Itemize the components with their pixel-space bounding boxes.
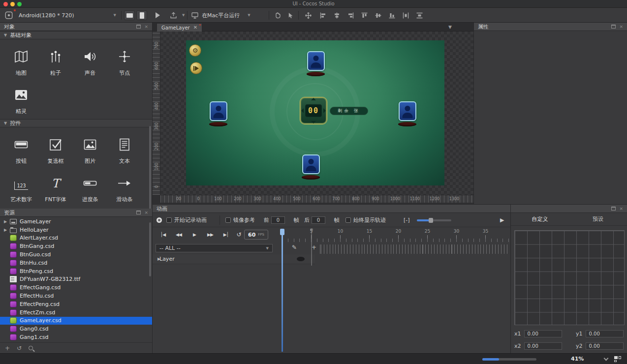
- resource-file-row[interactable]: ▶ Gang0.csd: [0, 325, 152, 333]
- object-item-text[interactable]: 文本: [107, 129, 142, 168]
- resource-file-row[interactable]: ▶ BtnHu.csd: [0, 259, 152, 267]
- align-bottom-button[interactable]: [386, 10, 398, 21]
- next-frame-button[interactable]: ▶▶: [204, 230, 217, 240]
- landscape-orientation-button[interactable]: [124, 10, 135, 20]
- align-right-button[interactable]: [345, 10, 356, 21]
- object-item-node[interactable]: 节点: [107, 41, 142, 80]
- publish-button[interactable]: [167, 10, 179, 21]
- object-item-sprite[interactable]: 精灵: [4, 80, 38, 118]
- resource-file-row[interactable]: ▶ BtnPeng.csd: [0, 267, 152, 275]
- resource-file-row[interactable]: ▶ BtnGuo.csd: [0, 250, 152, 259]
- align-h-center-button[interactable]: [331, 10, 343, 21]
- resource-file-row[interactable]: ▶ EffectPeng.csd: [0, 300, 152, 308]
- player-plate-right[interactable]: [398, 122, 416, 126]
- record-animation-checkbox[interactable]: [166, 213, 172, 227]
- before-frames-field[interactable]: 0: [271, 213, 285, 227]
- player-plate-bottom[interactable]: [302, 175, 320, 180]
- close-tab-icon[interactable]: ✕: [193, 25, 197, 30]
- x1-field[interactable]: 0.00: [524, 330, 562, 337]
- mirror-reference-checkbox[interactable]: [225, 213, 231, 227]
- play-button[interactable]: ▶: [188, 230, 201, 240]
- playhead-handle[interactable]: [280, 229, 284, 235]
- timeline-secondary-marker[interactable]: [311, 230, 312, 266]
- resource-file-row[interactable]: ▶ HelloLayer: [0, 226, 152, 234]
- x2-field[interactable]: 0.00: [524, 342, 562, 350]
- expander-icon[interactable]: ▶: [4, 219, 10, 224]
- y1-field[interactable]: 0.00: [586, 330, 624, 337]
- run-button[interactable]: [152, 10, 163, 21]
- player-plate-left[interactable]: [209, 122, 227, 126]
- object-item-fnt-font[interactable]: T FNT字体: [38, 168, 73, 206]
- resolution-dropdown[interactable]: Android(1280 * 720) ▼: [16, 10, 119, 21]
- float-panel-icon[interactable]: [611, 207, 616, 211]
- last-frame-button[interactable]: ▶│: [219, 230, 232, 240]
- center-timer-widget[interactable]: 00: [300, 97, 327, 124]
- first-frame-button[interactable]: │◀: [157, 230, 169, 240]
- resource-file-row[interactable]: ▶ EffectGang.csd: [0, 283, 152, 292]
- player-plate-top[interactable]: [307, 72, 325, 76]
- object-item-progress-bar[interactable]: 进度条: [73, 168, 107, 206]
- align-v-center-button[interactable]: [372, 10, 384, 21]
- object-item-particle[interactable]: 粒子: [38, 41, 73, 80]
- move-tool-button[interactable]: [302, 10, 314, 21]
- controls-section-header[interactable]: ▼ 控件: [0, 119, 152, 127]
- panel-layout-icon[interactable]: [614, 356, 621, 362]
- slider-thumb[interactable]: [429, 218, 433, 223]
- edit-animation-icon[interactable]: ✎: [292, 244, 297, 251]
- visibility-eye-icon[interactable]: [297, 257, 305, 261]
- player-avatar-left[interactable]: [210, 101, 227, 121]
- tab-list-chevron-icon[interactable]: ▼: [448, 25, 452, 30]
- object-item-sound[interactable]: 声音: [73, 41, 107, 80]
- record-keyframe-icon[interactable]: [157, 213, 162, 227]
- add-resource-button[interactable]: +: [5, 345, 10, 351]
- resource-file-row[interactable]: ▶ GameLayer.csd: [0, 317, 152, 325]
- game-scene[interactable]: ⚙ 00 剩余 张: [186, 40, 444, 185]
- align-top-button[interactable]: [358, 10, 370, 21]
- object-item-art-number[interactable]: 123 艺术数字: [4, 168, 38, 206]
- timeline-zoom-out-label[interactable]: [-]: [404, 213, 410, 227]
- object-item-checkbox[interactable]: 复选框: [38, 129, 73, 168]
- timeline-layer-row[interactable]: ▶ Layer: [153, 254, 315, 264]
- tab-preset[interactable]: 预设: [569, 213, 627, 225]
- refresh-resources-button[interactable]: ↺: [17, 345, 22, 351]
- close-panel-icon[interactable]: ×: [619, 207, 623, 211]
- resource-file-row[interactable]: ▶ Gang1.csd: [0, 333, 152, 341]
- canvas-tab-gamelayer[interactable]: GameLayer ✕: [157, 23, 202, 31]
- float-panel-icon[interactable]: [136, 211, 141, 214]
- close-panel-icon[interactable]: ×: [619, 25, 623, 29]
- resource-file-row[interactable]: ▶ EffectZm.csd: [0, 308, 152, 317]
- align-left-button[interactable]: [317, 10, 329, 21]
- close-panel-icon[interactable]: ×: [144, 25, 148, 29]
- scene-logo-icon[interactable]: [3, 10, 15, 21]
- y2-field[interactable]: 0.00: [586, 342, 624, 350]
- object-item-button[interactable]: 按钮: [4, 129, 38, 168]
- fps-control[interactable]: 60 FPS: [244, 230, 268, 240]
- after-frames-field[interactable]: 0: [312, 213, 325, 227]
- resource-file-row[interactable]: ▶ BtnGang.csd: [0, 242, 152, 250]
- publish-options-caret[interactable]: ▼: [179, 10, 185, 21]
- timeline-playhead[interactable]: [282, 229, 283, 352]
- loop-button[interactable]: ↺: [232, 230, 245, 240]
- player-avatar-right[interactable]: [399, 101, 416, 121]
- resource-file-row[interactable]: ▶ EffectHu.csd: [0, 292, 152, 300]
- exit-button[interactable]: [190, 62, 202, 74]
- settings-button[interactable]: ⚙: [189, 44, 201, 57]
- resource-file-row[interactable]: ▶ DFYuanW7-GB2312.ttf: [0, 275, 152, 284]
- player-avatar-bottom[interactable]: [302, 154, 320, 174]
- resource-file-row[interactable]: ▶ AlertLayer.csd: [0, 234, 152, 243]
- show-trajectory-checkbox[interactable]: [345, 213, 351, 227]
- timeline-zoom-slider[interactable]: [417, 213, 451, 227]
- add-animation-icon[interactable]: +: [312, 244, 316, 251]
- distribute-vertical-button[interactable]: [413, 10, 425, 21]
- search-icon[interactable]: [29, 346, 33, 350]
- object-item-image[interactable]: 图片: [73, 129, 107, 168]
- canvas-zoom-slider[interactable]: [482, 358, 536, 361]
- curve-editor-grid[interactable]: [514, 230, 625, 325]
- remaining-tiles-label[interactable]: 剩余 张: [330, 107, 368, 115]
- hand-tool-button[interactable]: [272, 10, 283, 21]
- tab-custom[interactable]: 自定义: [511, 213, 569, 225]
- object-item-map[interactable]: 地图: [4, 41, 38, 80]
- resources-scrollbar[interactable]: [149, 222, 151, 276]
- float-panel-icon[interactable]: [136, 25, 141, 29]
- distribute-horizontal-button[interactable]: [400, 10, 411, 21]
